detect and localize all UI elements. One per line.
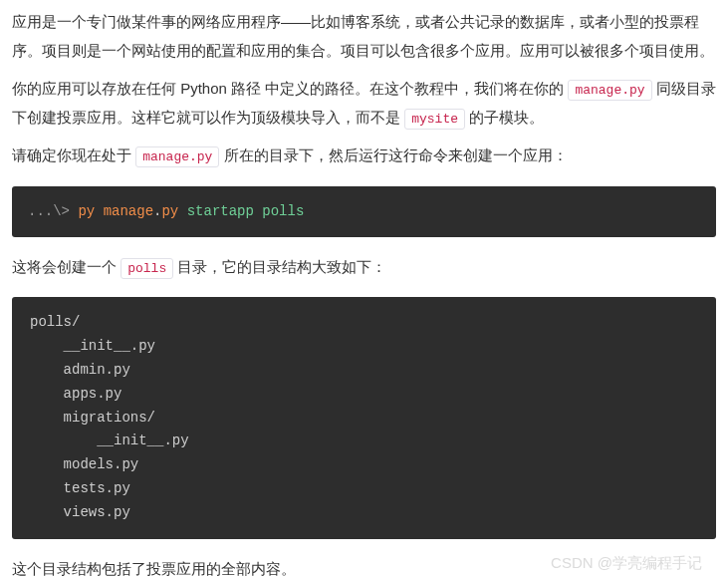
- text: 的子模块。: [465, 109, 544, 126]
- directory-tree-code-block[interactable]: polls/ __init__.py admin.py apps.py migr…: [12, 297, 716, 538]
- inline-code-manage-py-2: manage.py: [135, 146, 219, 167]
- result-paragraph: 这将会创建一个 polls 目录，它的目录结构大致如下：: [12, 253, 716, 282]
- text: 你的应用可以存放在任何 Python 路径 中定义的路径。在这个教程中，我们将在…: [12, 80, 568, 97]
- cmd-token-polls: polls: [262, 203, 304, 219]
- text: 请确定你现在处于: [12, 146, 135, 163]
- text: 所在的目录下，然后运行这行命令来创建一个应用：: [219, 146, 567, 163]
- text: 目录，它的目录结构大致如下：: [173, 258, 386, 275]
- command-code-block[interactable]: ...\> py manage.py startapp polls: [12, 186, 716, 237]
- closing-paragraph: 这个目录结构包括了投票应用的全部内容。: [12, 555, 716, 577]
- cmd-token-py: py: [78, 203, 95, 219]
- inline-code-polls: polls: [121, 258, 173, 279]
- intro-paragraph-3: 请确定你现在处于 manage.py 所在的目录下，然后运行这行命令来创建一个应…: [12, 142, 716, 170]
- intro-paragraph-1: 应用是一个专门做某件事的网络应用程序——比如博客系统，或者公共记录的数据库，或者…: [12, 8, 716, 65]
- text: 这将会创建一个: [12, 258, 121, 275]
- text: 应用是一个专门做某件事的网络应用程序——比如博客系统，或者公共记录的数据库，或者…: [12, 13, 714, 59]
- article-container: 应用是一个专门做某件事的网络应用程序——比如博客系统，或者公共记录的数据库，或者…: [12, 8, 716, 577]
- cmd-token-ext: py: [161, 203, 178, 219]
- cmd-token-manage: manage: [104, 203, 153, 219]
- cmd-token-startapp: startapp: [187, 203, 254, 219]
- inline-code-mysite: mysite: [404, 109, 465, 130]
- text: 这个目录结构包括了投票应用的全部内容。: [12, 560, 296, 577]
- intro-paragraph-2: 你的应用可以存放在任何 Python 路径 中定义的路径。在这个教程中，我们将在…: [12, 75, 716, 132]
- inline-code-manage-py: manage.py: [568, 80, 651, 101]
- shell-prompt: ...\>: [28, 203, 78, 219]
